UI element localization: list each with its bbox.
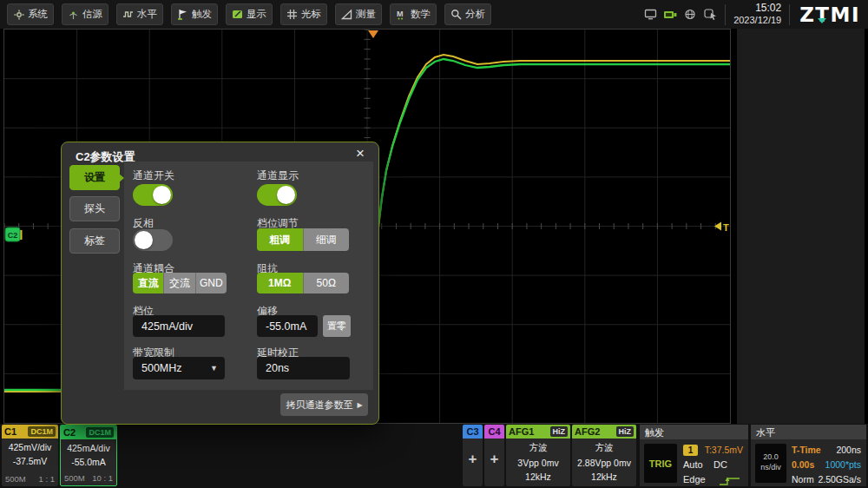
afg2-box[interactable]: AFG2 HiZ 方波 2.88Vpp 0mv 12kHz bbox=[572, 425, 636, 486]
afg-name: AFG2 bbox=[575, 426, 600, 437]
afg-waveform: 方波 bbox=[572, 442, 636, 454]
main-menu: 系统 信源 水平 触发 显示 bbox=[7, 3, 491, 25]
horizontal-wave-icon bbox=[122, 9, 134, 20]
c2-settings-dialog: C2参数设置 × 设置 探头 标签 通道开关 通道显示 反相 档位调节 粗调 细… bbox=[61, 142, 379, 425]
afg-waveform: 方波 bbox=[506, 442, 570, 454]
channel-switch-label: 通道开关 bbox=[133, 168, 174, 183]
menu-math-button[interactable]: M 数学 bbox=[390, 3, 437, 25]
channel-display-toggle[interactable] bbox=[257, 184, 297, 206]
coupling-ac-option[interactable]: 交流 bbox=[164, 273, 195, 293]
measure-triangle-icon bbox=[341, 9, 352, 20]
time-scale-value: 20.0 bbox=[763, 452, 779, 461]
coupling-dc-option[interactable]: 直流 bbox=[133, 273, 164, 293]
menu-trigger-button[interactable]: 触发 bbox=[171, 3, 218, 25]
trigger-level-value: T:37.5mV bbox=[705, 445, 743, 455]
coupling-segment: 直流 交流 GND bbox=[133, 273, 227, 293]
probe-ratio: 1 : 1 bbox=[39, 474, 56, 484]
menu-label: 系统 bbox=[28, 8, 48, 21]
menu-label: 光标 bbox=[301, 8, 321, 21]
impedance-1m-option[interactable]: 1MΩ bbox=[257, 273, 304, 293]
menu-cursor-button[interactable]: 光标 bbox=[280, 3, 327, 25]
chevron-right-icon: ▶ bbox=[357, 401, 362, 409]
afg-name: AFG1 bbox=[509, 426, 534, 437]
gain-adjust-segment: 粗调 细调 bbox=[257, 228, 349, 251]
search-icon bbox=[450, 9, 462, 20]
channel-c1-box[interactable]: C1 DC1M 425mV/div -37.5mV 500M 1 : 1 bbox=[2, 425, 58, 486]
coupling-gnd-option[interactable]: GND bbox=[196, 273, 227, 293]
menu-label: 数学 bbox=[411, 8, 431, 21]
horizontal-panel-title: 水平 bbox=[751, 425, 866, 439]
touch-icon[interactable] bbox=[703, 9, 717, 21]
trigger-level-label: T bbox=[723, 222, 729, 233]
impedance-badge: HiZ bbox=[616, 426, 635, 437]
channel-display-label: 通道显示 bbox=[257, 168, 299, 183]
trig-status-box: TRIG bbox=[644, 444, 677, 483]
status-cluster: 15:02 2023/12/19 ZTMI bbox=[643, 0, 864, 29]
menu-display-button[interactable]: 显示 bbox=[226, 3, 273, 25]
time-text: 15:02 bbox=[733, 2, 781, 15]
chevron-down-icon: ▼ bbox=[210, 364, 218, 373]
trigger-mode: Auto bbox=[683, 459, 703, 470]
bandwidth-select[interactable]: 500MHz ▼ bbox=[133, 357, 225, 379]
trigger-panel[interactable]: 触发 TRIG 1 T:37.5mV Auto DC Edge bbox=[640, 425, 748, 486]
coupling-badge: DC1M bbox=[86, 427, 114, 438]
usb-storage-icon[interactable] bbox=[663, 9, 677, 21]
menu-horizontal-button[interactable]: 水平 bbox=[116, 3, 163, 25]
add-channel-label: + bbox=[463, 451, 483, 468]
trigger-position-marker[interactable] bbox=[368, 30, 378, 38]
channel-offset: -55.0mA bbox=[61, 457, 116, 467]
monitor-icon[interactable] bbox=[643, 9, 657, 21]
divider bbox=[725, 4, 726, 25]
menu-measure-button[interactable]: 测量 bbox=[335, 3, 382, 25]
menu-label: 信源 bbox=[82, 8, 102, 21]
clock: 15:02 2023/12/19 bbox=[733, 2, 781, 27]
horizontal-panel[interactable]: 水平 20.0 ns/div T-Time 200ns 0.00s 1000*p… bbox=[751, 425, 866, 486]
network-icon[interactable] bbox=[683, 9, 697, 21]
invert-toggle[interactable] bbox=[133, 229, 173, 251]
top-menu-bar: 系统 信源 水平 触发 显示 bbox=[0, 0, 868, 29]
menu-label: 显示 bbox=[247, 8, 266, 21]
acquisition-mode: Norm bbox=[792, 474, 814, 485]
t-time-label: T-Time bbox=[792, 445, 821, 455]
menu-source-button[interactable]: 信源 bbox=[62, 3, 108, 25]
menu-system-button[interactable]: 系统 bbox=[7, 3, 54, 25]
date-text: 2023/12/19 bbox=[733, 15, 781, 27]
trigger-coupling: DC bbox=[713, 459, 727, 470]
channel-c4-box[interactable]: C4 + bbox=[484, 425, 504, 486]
channel-c3-box[interactable]: C3 + bbox=[463, 425, 483, 486]
channel-switch-toggle[interactable] bbox=[133, 184, 173, 206]
menu-label: 水平 bbox=[137, 8, 157, 21]
coupling-badge: DC1M bbox=[28, 426, 56, 437]
impedance-50-option[interactable]: 50Ω bbox=[304, 273, 350, 293]
tab-label[interactable]: 标签 bbox=[69, 228, 120, 254]
sample-rate: 2.50GSa/s bbox=[818, 474, 861, 485]
tab-probe[interactable]: 探头 bbox=[69, 196, 120, 221]
menu-label: 分析 bbox=[465, 8, 485, 21]
fine-option[interactable]: 细调 bbox=[304, 228, 350, 251]
status-icons bbox=[643, 9, 717, 21]
toggle-knob bbox=[153, 186, 171, 204]
coarse-option[interactable]: 粗调 bbox=[257, 228, 304, 251]
rising-edge-icon bbox=[719, 474, 741, 488]
tab-settings[interactable]: 设置 bbox=[69, 165, 120, 190]
trigger-type: Edge bbox=[683, 474, 706, 485]
channel-bandwidth: 500M bbox=[5, 474, 26, 484]
deskew-input[interactable]: 20ns bbox=[257, 357, 350, 379]
brand-logo: ZTMI bbox=[798, 3, 864, 26]
toggle-knob bbox=[135, 231, 153, 249]
offset-input[interactable]: -55.0mA bbox=[257, 315, 318, 337]
channel-name: C2 bbox=[63, 427, 76, 438]
zero-button[interactable]: 置零 bbox=[323, 315, 351, 337]
copy-channel-params-button[interactable]: 拷贝通道参数至 ▶ bbox=[280, 393, 368, 416]
gear-icon bbox=[13, 9, 24, 20]
scale-input[interactable]: 425mA/div bbox=[133, 315, 225, 337]
math-icon: M bbox=[396, 9, 407, 20]
channel-c2-box[interactable]: C2 DC1M 425mA/div -55.0mA 500M 10 : 1 bbox=[60, 425, 117, 486]
menu-analyze-button[interactable]: 分析 bbox=[444, 3, 491, 25]
cursor-crosshair-icon bbox=[286, 9, 298, 20]
afg1-box[interactable]: AFG1 HiZ 方波 3Vpp 0mv 12kHz bbox=[506, 425, 570, 486]
menu-label: 测量 bbox=[356, 8, 376, 21]
signal-source-icon bbox=[68, 9, 79, 20]
add-channel-label: + bbox=[484, 451, 504, 468]
bandwidth-value: 500MHz bbox=[141, 362, 182, 374]
